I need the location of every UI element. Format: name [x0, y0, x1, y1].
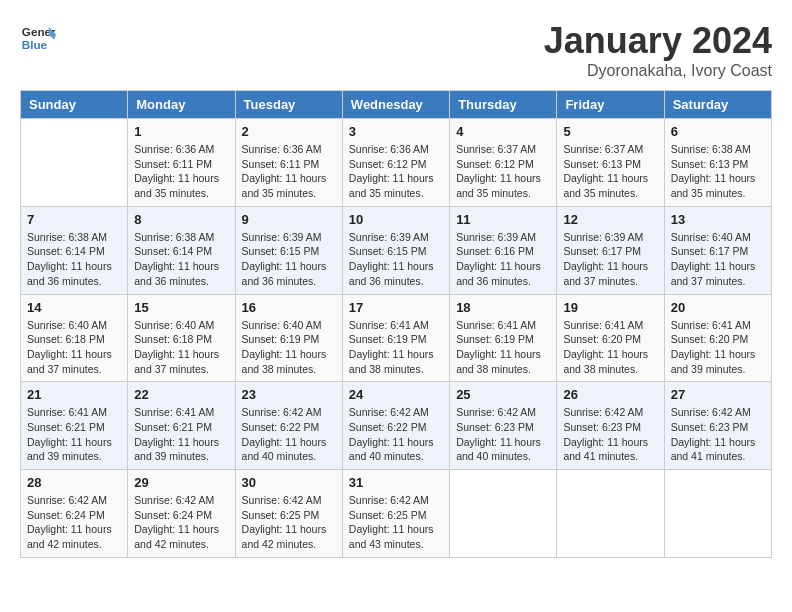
day-number: 5	[563, 124, 657, 139]
day-info: Sunrise: 6:40 AMSunset: 6:17 PMDaylight:…	[671, 230, 765, 289]
location-subtitle: Dyoronakaha, Ivory Coast	[544, 62, 772, 80]
day-info: Sunrise: 6:37 AMSunset: 6:13 PMDaylight:…	[563, 142, 657, 201]
day-info: Sunrise: 6:39 AMSunset: 6:15 PMDaylight:…	[349, 230, 443, 289]
day-info: Sunrise: 6:36 AMSunset: 6:12 PMDaylight:…	[349, 142, 443, 201]
day-number: 12	[563, 212, 657, 227]
day-cell: 23Sunrise: 6:42 AMSunset: 6:22 PMDayligh…	[235, 382, 342, 470]
day-number: 16	[242, 300, 336, 315]
header-day-friday: Friday	[557, 91, 664, 119]
day-cell: 12Sunrise: 6:39 AMSunset: 6:17 PMDayligh…	[557, 206, 664, 294]
day-cell: 22Sunrise: 6:41 AMSunset: 6:21 PMDayligh…	[128, 382, 235, 470]
header-day-tuesday: Tuesday	[235, 91, 342, 119]
day-info: Sunrise: 6:42 AMSunset: 6:24 PMDaylight:…	[134, 493, 228, 552]
day-number: 29	[134, 475, 228, 490]
day-number: 17	[349, 300, 443, 315]
header-day-saturday: Saturday	[664, 91, 771, 119]
day-info: Sunrise: 6:42 AMSunset: 6:25 PMDaylight:…	[242, 493, 336, 552]
week-row-1: 1Sunrise: 6:36 AMSunset: 6:11 PMDaylight…	[21, 119, 772, 207]
day-number: 22	[134, 387, 228, 402]
day-number: 14	[27, 300, 121, 315]
day-info: Sunrise: 6:42 AMSunset: 6:22 PMDaylight:…	[349, 405, 443, 464]
day-cell: 28Sunrise: 6:42 AMSunset: 6:24 PMDayligh…	[21, 470, 128, 558]
day-info: Sunrise: 6:42 AMSunset: 6:23 PMDaylight:…	[671, 405, 765, 464]
title-area: January 2024 Dyoronakaha, Ivory Coast	[544, 20, 772, 80]
day-info: Sunrise: 6:41 AMSunset: 6:20 PMDaylight:…	[671, 318, 765, 377]
day-info: Sunrise: 6:39 AMSunset: 6:16 PMDaylight:…	[456, 230, 550, 289]
day-cell	[557, 470, 664, 558]
week-row-3: 14Sunrise: 6:40 AMSunset: 6:18 PMDayligh…	[21, 294, 772, 382]
day-cell: 18Sunrise: 6:41 AMSunset: 6:19 PMDayligh…	[450, 294, 557, 382]
day-cell: 3Sunrise: 6:36 AMSunset: 6:12 PMDaylight…	[342, 119, 449, 207]
day-cell: 30Sunrise: 6:42 AMSunset: 6:25 PMDayligh…	[235, 470, 342, 558]
day-info: Sunrise: 6:41 AMSunset: 6:20 PMDaylight:…	[563, 318, 657, 377]
day-cell: 1Sunrise: 6:36 AMSunset: 6:11 PMDaylight…	[128, 119, 235, 207]
day-info: Sunrise: 6:38 AMSunset: 6:14 PMDaylight:…	[134, 230, 228, 289]
day-number: 28	[27, 475, 121, 490]
day-info: Sunrise: 6:37 AMSunset: 6:12 PMDaylight:…	[456, 142, 550, 201]
day-cell: 5Sunrise: 6:37 AMSunset: 6:13 PMDaylight…	[557, 119, 664, 207]
day-info: Sunrise: 6:39 AMSunset: 6:17 PMDaylight:…	[563, 230, 657, 289]
day-info: Sunrise: 6:42 AMSunset: 6:25 PMDaylight:…	[349, 493, 443, 552]
week-row-2: 7Sunrise: 6:38 AMSunset: 6:14 PMDaylight…	[21, 206, 772, 294]
day-number: 10	[349, 212, 443, 227]
day-number: 13	[671, 212, 765, 227]
header: General Blue January 2024 Dyoronakaha, I…	[20, 20, 772, 80]
day-info: Sunrise: 6:42 AMSunset: 6:23 PMDaylight:…	[563, 405, 657, 464]
day-cell: 27Sunrise: 6:42 AMSunset: 6:23 PMDayligh…	[664, 382, 771, 470]
day-info: Sunrise: 6:40 AMSunset: 6:19 PMDaylight:…	[242, 318, 336, 377]
day-number: 9	[242, 212, 336, 227]
header-day-thursday: Thursday	[450, 91, 557, 119]
day-cell: 20Sunrise: 6:41 AMSunset: 6:20 PMDayligh…	[664, 294, 771, 382]
day-cell	[664, 470, 771, 558]
day-number: 3	[349, 124, 443, 139]
day-cell: 25Sunrise: 6:42 AMSunset: 6:23 PMDayligh…	[450, 382, 557, 470]
day-cell: 16Sunrise: 6:40 AMSunset: 6:19 PMDayligh…	[235, 294, 342, 382]
header-day-wednesday: Wednesday	[342, 91, 449, 119]
svg-text:Blue: Blue	[22, 38, 48, 51]
day-cell: 6Sunrise: 6:38 AMSunset: 6:13 PMDaylight…	[664, 119, 771, 207]
day-cell: 9Sunrise: 6:39 AMSunset: 6:15 PMDaylight…	[235, 206, 342, 294]
day-cell: 4Sunrise: 6:37 AMSunset: 6:12 PMDaylight…	[450, 119, 557, 207]
day-info: Sunrise: 6:38 AMSunset: 6:14 PMDaylight:…	[27, 230, 121, 289]
logo: General Blue	[20, 20, 56, 56]
day-cell: 17Sunrise: 6:41 AMSunset: 6:19 PMDayligh…	[342, 294, 449, 382]
day-cell: 8Sunrise: 6:38 AMSunset: 6:14 PMDaylight…	[128, 206, 235, 294]
day-info: Sunrise: 6:41 AMSunset: 6:21 PMDaylight:…	[134, 405, 228, 464]
day-info: Sunrise: 6:36 AMSunset: 6:11 PMDaylight:…	[134, 142, 228, 201]
day-number: 11	[456, 212, 550, 227]
day-cell: 24Sunrise: 6:42 AMSunset: 6:22 PMDayligh…	[342, 382, 449, 470]
calendar-table: SundayMondayTuesdayWednesdayThursdayFrid…	[20, 90, 772, 558]
day-number: 6	[671, 124, 765, 139]
day-info: Sunrise: 6:36 AMSunset: 6:11 PMDaylight:…	[242, 142, 336, 201]
day-cell	[450, 470, 557, 558]
day-number: 30	[242, 475, 336, 490]
header-day-sunday: Sunday	[21, 91, 128, 119]
day-info: Sunrise: 6:39 AMSunset: 6:15 PMDaylight:…	[242, 230, 336, 289]
month-title: January 2024	[544, 20, 772, 62]
day-number: 24	[349, 387, 443, 402]
day-cell: 15Sunrise: 6:40 AMSunset: 6:18 PMDayligh…	[128, 294, 235, 382]
day-number: 20	[671, 300, 765, 315]
day-number: 19	[563, 300, 657, 315]
day-cell: 21Sunrise: 6:41 AMSunset: 6:21 PMDayligh…	[21, 382, 128, 470]
day-info: Sunrise: 6:40 AMSunset: 6:18 PMDaylight:…	[134, 318, 228, 377]
day-cell: 2Sunrise: 6:36 AMSunset: 6:11 PMDaylight…	[235, 119, 342, 207]
header-day-monday: Monday	[128, 91, 235, 119]
week-row-5: 28Sunrise: 6:42 AMSunset: 6:24 PMDayligh…	[21, 470, 772, 558]
day-cell: 10Sunrise: 6:39 AMSunset: 6:15 PMDayligh…	[342, 206, 449, 294]
day-info: Sunrise: 6:42 AMSunset: 6:22 PMDaylight:…	[242, 405, 336, 464]
day-number: 1	[134, 124, 228, 139]
day-cell: 7Sunrise: 6:38 AMSunset: 6:14 PMDaylight…	[21, 206, 128, 294]
day-number: 31	[349, 475, 443, 490]
week-row-4: 21Sunrise: 6:41 AMSunset: 6:21 PMDayligh…	[21, 382, 772, 470]
day-info: Sunrise: 6:42 AMSunset: 6:24 PMDaylight:…	[27, 493, 121, 552]
day-number: 21	[27, 387, 121, 402]
day-cell: 26Sunrise: 6:42 AMSunset: 6:23 PMDayligh…	[557, 382, 664, 470]
day-cell: 11Sunrise: 6:39 AMSunset: 6:16 PMDayligh…	[450, 206, 557, 294]
day-info: Sunrise: 6:41 AMSunset: 6:19 PMDaylight:…	[456, 318, 550, 377]
day-number: 18	[456, 300, 550, 315]
calendar-header-row: SundayMondayTuesdayWednesdayThursdayFrid…	[21, 91, 772, 119]
day-number: 4	[456, 124, 550, 139]
day-info: Sunrise: 6:42 AMSunset: 6:23 PMDaylight:…	[456, 405, 550, 464]
day-cell	[21, 119, 128, 207]
